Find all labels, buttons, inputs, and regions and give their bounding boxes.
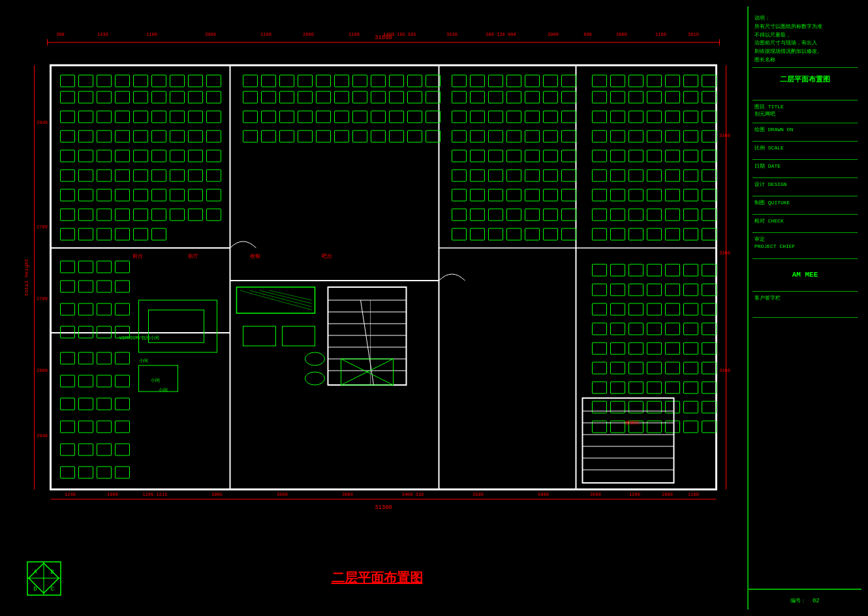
svg-rect-370 <box>61 421 75 433</box>
svg-rect-62 <box>134 131 148 142</box>
svg-rect-378 <box>61 467 75 478</box>
svg-text:1240: 1240 <box>65 492 76 497</box>
svg-rect-66 <box>207 131 221 142</box>
svg-rect-189 <box>647 303 662 315</box>
title-block: 说明： 所有尺寸以图纸所标数字为准 不得以尺量取， 洽图前尺寸与现场，有出入 则… <box>747 7 861 609</box>
svg-rect-368 <box>97 398 112 410</box>
scale-label: 比例 SCALE <box>754 144 856 151</box>
svg-rect-274 <box>353 131 367 142</box>
svg-rect-89 <box>134 189 148 201</box>
svg-rect-301 <box>471 131 485 142</box>
svg-rect-95 <box>79 209 93 221</box>
svg-text:前厅: 前厅 <box>188 253 198 259</box>
svg-rect-329 <box>471 209 485 221</box>
svg-rect-353 <box>116 303 130 315</box>
svg-rect-314 <box>452 170 467 181</box>
svg-rect-346 <box>61 281 75 292</box>
svg-rect-41 <box>79 91 93 103</box>
svg-rect-72 <box>152 150 166 162</box>
svg-text:1100: 1100 <box>688 492 699 497</box>
svg-rect-201 <box>611 343 625 354</box>
svg-rect-87 <box>97 189 112 201</box>
svg-rect-335 <box>452 228 467 240</box>
svg-rect-70 <box>116 150 130 162</box>
svg-rect-281 <box>489 75 503 87</box>
svg-rect-32 <box>79 75 93 87</box>
svg-rect-61 <box>116 131 130 142</box>
svg-text:3400 310: 3400 310 <box>402 492 424 497</box>
svg-rect-311 <box>525 150 540 162</box>
svg-rect-275 <box>371 131 386 142</box>
svg-rect-349 <box>116 281 130 292</box>
check-label: 检对 CHECK <box>754 217 856 224</box>
svg-rect-253 <box>371 91 386 103</box>
svg-rect-91 <box>170 189 185 201</box>
svg-rect-166 <box>611 228 625 240</box>
svg-point-438 <box>305 352 325 365</box>
svg-rect-150 <box>702 170 717 181</box>
svg-rect-160 <box>629 209 643 221</box>
svg-text:楼梯间: 楼梯间 <box>625 420 639 425</box>
svg-rect-330 <box>489 209 503 221</box>
svg-rect-321 <box>452 189 467 201</box>
svg-rect-68 <box>79 150 93 162</box>
svg-rect-88 <box>116 189 130 201</box>
svg-rect-265 <box>390 111 404 123</box>
svg-rect-101 <box>189 209 203 221</box>
svg-rect-209 <box>629 362 643 374</box>
svg-rect-198 <box>684 323 698 335</box>
svg-text:VIPROOM/包间小间: VIPROOM/包间小间 <box>119 335 160 341</box>
svg-rect-98 <box>134 209 148 221</box>
svg-rect-255 <box>408 91 422 103</box>
svg-rect-249 <box>298 91 313 103</box>
svg-rect-366 <box>61 398 75 410</box>
svg-rect-80 <box>134 170 148 181</box>
svg-rect-182 <box>647 284 662 296</box>
svg-rect-82 <box>170 170 185 181</box>
svg-rect-241 <box>353 75 367 87</box>
svg-rect-306 <box>562 131 576 142</box>
svg-rect-149 <box>684 170 698 181</box>
svg-rect-143 <box>702 150 717 162</box>
svg-rect-243 <box>390 75 404 87</box>
svg-text:小间: 小间 <box>139 358 148 363</box>
svg-rect-343 <box>79 261 93 273</box>
compass-rose: A B C D <box>26 561 62 596</box>
svg-text:2800: 2800 <box>37 368 48 373</box>
svg-rect-75 <box>207 150 221 162</box>
svg-rect-158 <box>593 209 607 221</box>
svg-text:2800: 2800 <box>662 492 673 497</box>
svg-rect-214 <box>593 382 607 393</box>
svg-rect-192 <box>702 303 717 315</box>
svg-rect-211 <box>666 362 680 374</box>
svg-text:2940: 2940 <box>37 120 48 125</box>
svg-rect-239 <box>317 75 331 87</box>
svg-rect-270 <box>280 131 294 142</box>
svg-rect-377 <box>116 444 130 455</box>
svg-rect-164 <box>702 209 717 221</box>
svg-line-397 <box>260 290 312 303</box>
svg-rect-260 <box>298 111 313 123</box>
svg-text:小间: 小间 <box>159 388 168 393</box>
svg-rect-97 <box>116 209 130 221</box>
svg-text:5000: 5000 <box>538 492 549 497</box>
code-label: 编号： <box>790 598 806 604</box>
svg-rect-363 <box>79 375 93 387</box>
svg-rect-213 <box>702 362 717 374</box>
svg-rect-63 <box>152 131 166 142</box>
svg-rect-191 <box>684 303 698 315</box>
svg-text:2900: 2900 <box>303 32 314 37</box>
svg-rect-43 <box>116 91 130 103</box>
svg-text:3360: 3360 <box>719 368 730 373</box>
svg-rect-263 <box>353 111 367 123</box>
svg-rect-138 <box>611 150 625 162</box>
svg-rect-283 <box>525 75 540 87</box>
svg-rect-242 <box>371 75 386 87</box>
svg-text:1200: 1200 <box>629 492 640 497</box>
svg-text:收银: 收银 <box>250 253 260 259</box>
svg-text:D: D <box>33 586 37 593</box>
svg-rect-237 <box>280 75 294 87</box>
svg-rect-187 <box>611 303 625 315</box>
date-label: 日期 DATE <box>754 162 856 170</box>
svg-text:300: 300 <box>56 32 65 37</box>
